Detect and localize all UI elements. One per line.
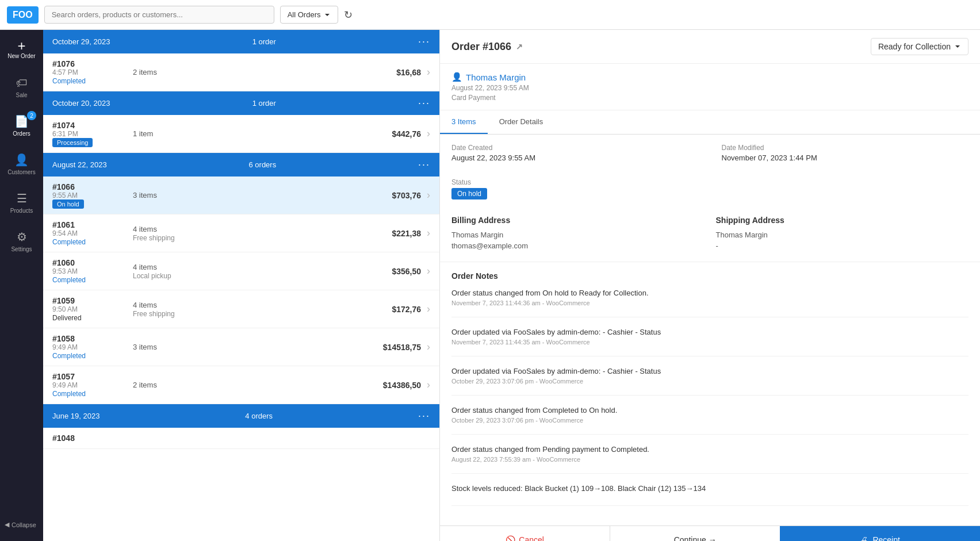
order-total-1057: $14386,50 <box>363 381 421 390</box>
search-input[interactable] <box>44 6 274 24</box>
order-number-1066: #1066 <box>52 182 133 191</box>
detail-tabs: 3 Items Order Details <box>440 110 980 135</box>
order-number-1074: #1074 <box>52 121 133 130</box>
order-notes: Order Notes Order status changed from On… <box>440 262 980 525</box>
order-status-1060: Completed <box>52 276 86 284</box>
order-meta-section: Date Created August 22, 2023 9:55 AM Dat… <box>440 135 980 216</box>
order-number-1061: #1061 <box>52 220 133 229</box>
order-row-1061[interactable]: #1061 9:54 AM Completed 4 itemsFree ship… <box>43 214 439 252</box>
continue-button[interactable]: Continue → <box>610 526 780 541</box>
group-menu-4[interactable]: ··· <box>418 410 430 422</box>
order-time-1057: 9:49 AM <box>52 381 133 389</box>
note-item-4: Order status changed from Pending paymen… <box>451 445 968 474</box>
cancel-label: Cancel <box>519 535 544 541</box>
order-items-1057: 2 items <box>133 381 363 389</box>
status-value: On hold <box>451 188 699 199</box>
new-order-button[interactable]: + New Order <box>0 30 43 68</box>
customer-info: 👤 Thomas Margin August 22, 2023 9:55 AM … <box>440 64 980 110</box>
customer-payment: Card Payment <box>451 94 968 102</box>
sidebar-item-settings[interactable]: ⚙ Settings <box>0 222 43 260</box>
status-row: Status On hold <box>451 178 699 199</box>
external-link-icon[interactable]: ↗ <box>516 42 523 51</box>
count-label-3: 6 orders <box>248 160 276 169</box>
order-number-1059: #1059 <box>52 296 133 305</box>
orders-list: October 29, 2023 1 order ··· #1076 4:57 … <box>43 30 440 541</box>
count-label-2: 1 order <box>252 99 276 108</box>
group-menu-1[interactable]: ··· <box>418 36 430 48</box>
note-text-1: Order updated via FooSales by admin-demo… <box>451 328 968 336</box>
order-row-1076[interactable]: #1076 4:57 PM Completed 2 items $16,68 › <box>43 53 439 91</box>
group-menu-2[interactable]: ··· <box>418 97 430 109</box>
order-total-1060: $356,50 <box>363 267 421 276</box>
order-total-1066: $703,76 <box>363 191 421 200</box>
refresh-button[interactable]: ↻ <box>344 9 353 21</box>
order-items-1060: 4 itemsLocal pickup <box>133 263 363 280</box>
tab-items[interactable]: 3 Items <box>440 110 488 134</box>
date-header-4: June 19, 2023 4 orders ··· <box>43 404 439 428</box>
order-items-1058: 3 items <box>133 343 363 351</box>
note-item-2: Order updated via FooSales by admin-demo… <box>451 367 968 396</box>
order-arrow-1058: › <box>427 341 430 353</box>
detail-title: Order #1066 ↗ <box>451 41 523 53</box>
billing-title: Billing Address <box>451 216 705 225</box>
order-total-1058: $14518,75 <box>363 343 421 352</box>
cancel-button[interactable]: 🚫 Cancel <box>440 526 610 541</box>
order-time-1058: 9:49 AM <box>52 343 133 351</box>
order-items-1061: 4 itemsFree shipping <box>133 225 363 242</box>
order-shipping-1059: Free shipping <box>133 310 175 318</box>
main-layout: + New Order 🏷 Sale 2 📄 Orders 👤 Customer… <box>0 30 980 541</box>
order-shipping-1060: Local pickup <box>133 272 171 280</box>
order-arrow-1066: › <box>427 189 430 201</box>
address-section: Billing Address Thomas Margin thomas@exa… <box>440 216 980 262</box>
date-label-1: October 29, 2023 <box>52 37 110 46</box>
order-row-1048[interactable]: #1048 <box>43 428 439 449</box>
order-row-1074[interactable]: #1074 6:31 PM Processing 1 item $442,76 … <box>43 115 439 153</box>
order-shipping-1061: Free shipping <box>133 234 175 242</box>
order-status-1058: Completed <box>52 352 86 360</box>
bottom-action-bar: 🚫 Cancel Continue → 🖨 Receipt <box>440 525 980 541</box>
order-total-1059: $172,76 <box>363 305 421 314</box>
orders-badge: 2 <box>27 111 36 120</box>
order-status-1066: On hold <box>52 199 84 209</box>
sidebar-item-sale[interactable]: 🏷 Sale <box>0 68 43 106</box>
order-meta-grid: Date Created August 22, 2023 9:55 AM Dat… <box>451 144 968 206</box>
settings-icon: ⚙ <box>17 230 27 244</box>
customers-icon: 👤 <box>14 153 29 167</box>
receipt-icon: 🖨 <box>860 535 868 541</box>
sale-icon: 🏷 <box>16 76 28 90</box>
order-arrow-1057: › <box>427 379 430 391</box>
receipt-button[interactable]: 🖨 Receipt <box>780 526 980 541</box>
order-info-1059: #1059 9:50 AM Delivered <box>52 296 133 322</box>
sidebar-item-orders[interactable]: 2 📄 Orders <box>0 106 43 145</box>
date-created-value: August 22, 2023 9:55 AM <box>451 154 699 162</box>
order-status-1076: Completed <box>52 77 86 85</box>
order-row-1066[interactable]: #1066 9:55 AM On hold 3 items $703,76 › <box>43 177 439 214</box>
customer-name-text: Thomas Margin <box>466 72 526 82</box>
note-text-3: Order status changed from Completed to O… <box>451 406 968 415</box>
group-menu-3[interactable]: ··· <box>418 159 430 171</box>
order-time-1074: 6:31 PM <box>52 130 133 138</box>
sidebar-item-label-settings: Settings <box>11 246 32 252</box>
order-row-1058[interactable]: #1058 9:49 AM Completed 3 items $14518,7… <box>43 328 439 366</box>
order-row-1057[interactable]: #1057 9:49 AM Completed 2 items $14386,5… <box>43 366 439 404</box>
order-row-1060[interactable]: #1060 9:53 AM Completed 4 itemsLocal pic… <box>43 252 439 290</box>
note-meta-1: November 7, 2023 11:44:35 am - WooCommer… <box>451 339 968 346</box>
order-total-1061: $221,38 <box>363 229 421 238</box>
order-status-1061: Completed <box>52 238 86 246</box>
filter-dropdown[interactable]: All Orders <box>280 6 339 24</box>
order-time-1060: 9:53 AM <box>52 267 133 275</box>
tab-order-details[interactable]: Order Details <box>488 110 555 134</box>
count-label-4: 4 orders <box>245 412 273 420</box>
count-label-1: 1 order <box>252 37 276 46</box>
note-text-5: Stock levels reduced: Black Bucket (1) 1… <box>451 484 968 493</box>
sidebar-item-customers[interactable]: 👤 Customers <box>0 145 43 183</box>
order-info-1057: #1057 9:49 AM Completed <box>52 372 133 398</box>
order-status-dropdown[interactable]: Ready for Collection <box>871 38 968 55</box>
collapse-button[interactable]: ◀ Collapse <box>0 514 43 535</box>
order-info-1058: #1058 9:49 AM Completed <box>52 334 133 360</box>
billing-email: thomas@example.com <box>451 241 705 250</box>
order-info-1061: #1061 9:54 AM Completed <box>52 220 133 246</box>
note-item-1: Order updated via FooSales by admin-demo… <box>451 328 968 356</box>
order-row-1059[interactable]: #1059 9:50 AM Delivered 4 itemsFree ship… <box>43 290 439 328</box>
sidebar-item-products[interactable]: ☰ Products <box>0 183 43 222</box>
